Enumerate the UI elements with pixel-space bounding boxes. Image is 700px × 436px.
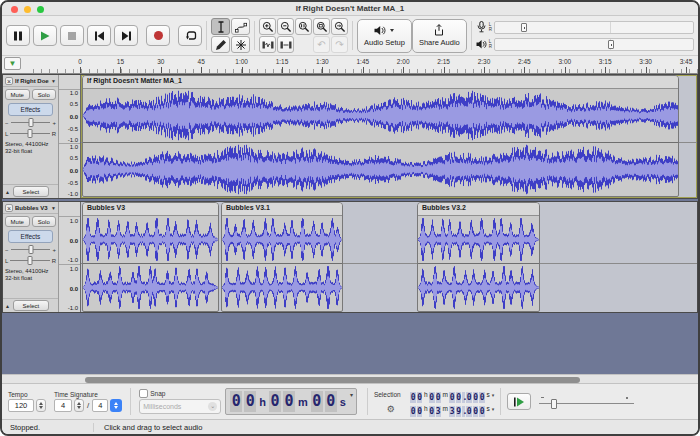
track-title[interactable]: Bubbles V3 [15,205,49,211]
silence-audio-button[interactable] [277,36,294,53]
clip-title[interactable]: Bubbles V3.1 [222,203,342,216]
record-button[interactable] [146,25,170,46]
redo-button[interactable]: ↷ [331,36,348,53]
gain-slider[interactable] [11,245,51,254]
gain-thumb[interactable] [28,118,33,127]
time-signature-denominator[interactable]: 4 [92,399,108,412]
track-content[interactable]: If Right Doesn't Matter MA_1 [81,75,697,198]
fit-project-button[interactable] [313,18,330,35]
horizontal-scrollbar-thumb[interactable] [85,377,580,383]
playback-speed-slider[interactable] [539,395,634,409]
time-signature-stepper[interactable] [74,399,84,412]
close-track-button[interactable]: × [5,77,13,85]
timeline-options-button[interactable]: ▼ [4,57,21,70]
solo-button[interactable]: Solo [32,89,57,100]
solo-button[interactable]: Solo [32,216,57,227]
waveform-canvas[interactable] [83,216,218,263]
timeline-ruler[interactable]: ▼ 01530451:001:151:301:452:002:152:302:4… [2,56,698,74]
audio-clip[interactable]: Bubbles V3.2 [417,202,540,312]
gain-thumb[interactable] [28,245,33,254]
track-content[interactable]: Bubbles V3Bubbles V3.1Bubbles V3.2 [81,202,697,312]
time-signature-numerator[interactable]: 4 [54,399,72,412]
position-minutes[interactable]: 00 [268,391,296,412]
gain-slider[interactable] [11,118,51,127]
share-audio-button[interactable]: Share Audio [412,19,467,53]
audio-clip[interactable]: Bubbles V3.1 [221,202,343,312]
vertical-ruler[interactable]: 1.00.0-1.0 1.00.0-1.0 [59,202,81,312]
selection-end-hours[interactable]: 00 [410,400,423,418]
loop-button[interactable] [178,25,202,46]
selection-settings-gear-icon[interactable]: ⚙ [374,404,408,414]
stop-button[interactable] [60,25,84,46]
format-caret-icon[interactable]: ▾ [350,391,353,398]
pause-button[interactable] [6,25,30,46]
snap-checkbox[interactable] [139,389,148,398]
playback-level-thumb[interactable] [608,40,614,49]
zoom-out-button[interactable] [277,18,294,35]
skip-to-end-button[interactable] [114,25,138,46]
effects-button[interactable]: Effects [8,230,53,243]
minimize-window-button[interactable] [24,6,31,13]
effects-button[interactable]: Effects [8,103,53,116]
waveform-canvas[interactable] [222,264,342,311]
horizontal-scrollbar[interactable] [2,374,698,384]
pan-slider[interactable] [10,129,49,138]
undo-button[interactable]: ↶ [313,36,330,53]
waveform-canvas[interactable] [83,264,218,311]
playback-level-slider[interactable] [494,38,694,51]
play-button[interactable] [33,25,57,46]
selection-format-caret-icon[interactable]: ▾ [492,406,495,412]
trim-audio-button[interactable] [259,36,276,53]
mute-button[interactable]: Mute [5,89,30,100]
recording-level-slider[interactable] [494,21,694,34]
zoom-window-button[interactable] [37,6,44,13]
audio-setup-button[interactable]: Audio Setup [357,19,412,53]
track-menu-caret-icon[interactable]: ▼ [51,78,56,84]
close-track-button[interactable]: × [5,204,13,212]
skip-to-start-button[interactable] [87,25,111,46]
clip-title[interactable]: If Right Doesn't Matter MA_1 [83,76,678,89]
zoom-toggle-button[interactable] [331,18,348,35]
playback-speed-thumb[interactable] [551,399,557,409]
multi-tool-button[interactable] [231,36,250,53]
track-menu-caret-icon[interactable]: ▼ [51,205,56,211]
recording-meter[interactable]: L R [476,19,694,35]
play-at-speed-button[interactable] [507,393,531,410]
select-button[interactable]: Select [13,300,49,311]
pan-thumb[interactable] [28,256,33,265]
clip-title[interactable]: Bubbles V3 [83,203,218,216]
audio-position-display[interactable]: 00 h 00 m 00 s ▾ [225,388,357,415]
selection-tool-button[interactable] [211,18,230,35]
audio-clip[interactable]: Bubbles V3 [82,202,219,312]
draw-tool-button[interactable] [211,36,230,53]
audio-clip[interactable]: If Right Doesn't Matter MA_1 [82,75,679,197]
select-button[interactable]: Select [13,186,49,197]
selection-end-minutes[interactable]: 03 [429,400,442,418]
collapse-track-icon[interactable]: ▲ [5,303,10,309]
tracks-background[interactable]: × If Right Doesn ▼ Mute Solo Effects − +… [2,74,698,374]
waveform-canvas[interactable] [83,89,678,142]
position-hours[interactable]: 00 [229,391,257,412]
snap-mode-dropdown[interactable]: Milliseconds ⌄ [139,399,221,414]
tempo-input[interactable]: 120 [8,399,34,412]
mute-button[interactable]: Mute [5,216,30,227]
position-seconds[interactable]: 00 [310,391,338,412]
playback-meter[interactable]: L R [476,36,694,52]
vertical-ruler[interactable]: 1.00.50.0-0.5-1.0 1.00.50.0-0.5-1.0 [59,75,81,198]
tempo-stepper[interactable] [36,399,46,412]
clip-title[interactable]: Bubbles V3.2 [418,203,539,216]
waveform-canvas[interactable] [418,216,539,263]
pan-slider[interactable] [10,256,49,265]
fit-selection-button[interactable] [295,18,312,35]
selection-format-caret-icon[interactable]: ▾ [492,392,495,398]
recording-level-thumb[interactable] [521,23,527,32]
time-signature-denominator-dropdown[interactable] [110,399,122,412]
envelope-tool-button[interactable] [231,18,250,35]
selection-end-seconds[interactable]: 39.000 [449,400,486,418]
pan-thumb[interactable] [28,129,33,138]
zoom-in-button[interactable] [259,18,276,35]
close-window-button[interactable] [11,6,18,13]
waveform-canvas[interactable] [83,143,678,196]
selection-end-display[interactable]: 00 h 03 m 39.000 s ▾ [410,400,494,418]
waveform-canvas[interactable] [222,216,342,263]
